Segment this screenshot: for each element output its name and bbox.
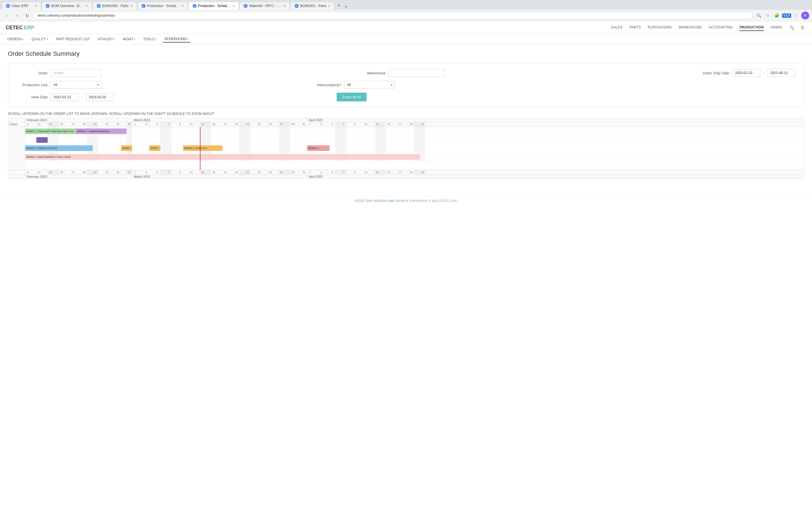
tab-1[interactable]: C Cetec ERP ✕ (2, 2, 41, 10)
day-cell-Mar-4 (149, 170, 155, 175)
day-cell-Apr-17: 17 (397, 122, 403, 127)
order-bar[interactable]: MN909.1 | Edge Pro (183, 145, 222, 151)
order-bar[interactable]: MN887.1 | Internal Account (25, 145, 93, 151)
subnav-orders[interactable]: ORDERS ▾ (6, 36, 26, 42)
search-icon[interactable]: 🔍 (755, 11, 763, 19)
footer-link[interactable]: CETEC ERP (440, 199, 457, 203)
bg-cell (380, 136, 386, 144)
nav-sales[interactable]: SALES (611, 24, 622, 31)
day-cell-Apr-11: 11 (363, 170, 369, 175)
day-cell-Apr-2 (313, 122, 318, 127)
tab-7[interactable]: C BOM1001 - Parts ✕ (290, 2, 335, 10)
bg-cell (189, 136, 194, 144)
settings-icon[interactable]: ⋮ (792, 11, 800, 19)
day-cell-Mar-27: 27 (279, 122, 285, 127)
day-cell-Mar-12 (194, 122, 200, 127)
bg-cell (138, 136, 144, 144)
subnav-scheduling[interactable]: SCHEDULING ▾ (163, 36, 190, 43)
bg-cell (245, 136, 251, 144)
tab-close-2[interactable]: ✕ (86, 4, 88, 8)
nav-admin[interactable]: ADMIN (770, 24, 782, 31)
nav-purchasing[interactable]: PURCHASING (648, 24, 672, 31)
bg-cell (82, 136, 87, 144)
order-bar[interactable]: MN892.1 (307, 145, 329, 151)
nav-accounting[interactable]: ACCOUNTING (709, 24, 733, 31)
app-logo[interactable]: CETEC ERP (6, 25, 35, 31)
bg-cell (414, 136, 420, 144)
bg-cell (397, 127, 403, 135)
profile-avatar[interactable]: P (801, 11, 809, 19)
subnav-mgmt[interactable]: MGMT ▾ (121, 36, 137, 42)
production-line-select[interactable]: All (50, 81, 101, 89)
bg-cell (313, 127, 318, 135)
bg-cell (228, 144, 234, 152)
tab-list-button[interactable]: ▾ (343, 4, 349, 10)
bg-cell (239, 144, 245, 152)
tab-close-1[interactable]: ✕ (35, 4, 37, 8)
bg-cell (335, 127, 341, 135)
menu-icon[interactable]: ☰ (799, 24, 806, 32)
gantt-chart[interactable]: February 2023 March 2023 April 2023 Orde… (8, 118, 804, 179)
day-cell-Apr-21: 21 (420, 122, 425, 127)
tab-title-1: Cetec ERP (11, 4, 33, 8)
bg-cell (296, 127, 301, 135)
order-ship-date-start[interactable] (732, 69, 760, 77)
reload-button[interactable]: ↻ (23, 11, 31, 19)
bg-cell (420, 127, 425, 135)
day-cell-Mar-26 (273, 122, 279, 127)
extensions-icon[interactable]: 🧩 (773, 11, 781, 19)
nav-warehouse[interactable]: WAREHOUSE (679, 24, 702, 31)
day-cell-Feb-12 (42, 170, 48, 175)
order-bar[interactable]: MN88? (121, 145, 132, 151)
tab-3[interactable]: C BOM1000 - Parts ✕ (93, 2, 137, 10)
order-bar[interactable]: MN888.1 | Applied Materials, I (76, 128, 126, 134)
day-cell-Feb-18 (76, 122, 82, 127)
order-ship-date-end[interactable] (767, 69, 795, 77)
gantt-orders-label: Orders (8, 122, 25, 127)
subnav-part-request-list[interactable]: PART REQUEST LIST (54, 36, 92, 42)
bg-cell (375, 144, 380, 152)
row-label-3 (8, 144, 25, 152)
gantt-scroll-area[interactable]: February 2023 March 2023 April 2023 Orde… (8, 118, 804, 178)
back-button[interactable]: ‹ (3, 11, 11, 19)
tab-close-4[interactable]: ✕ (181, 4, 184, 8)
tab-close-5[interactable]: ✕ (232, 4, 235, 8)
day-cell-Feb-17: 17 (70, 122, 76, 127)
bookmark-icon[interactable]: ☆ (764, 11, 772, 19)
tab-2[interactable]: C BOM Overview - BOM ✕ (42, 2, 92, 10)
view-date-end[interactable] (86, 93, 114, 101)
subnav-tools[interactable]: TOOLS ▾ (142, 36, 158, 42)
global-search-icon[interactable]: 🔍 (788, 24, 796, 32)
subnav-quality[interactable]: QUALITY ▾ (30, 36, 50, 42)
nav-production[interactable]: PRODUCTION (740, 24, 764, 31)
tab-close-3[interactable]: ✕ (130, 4, 133, 8)
day-cell-Feb-22 (98, 170, 104, 175)
order-bar[interactable] (36, 137, 48, 143)
forward-button[interactable]: › (13, 11, 21, 19)
day-cell-Feb-26 (121, 122, 126, 127)
nav-parts[interactable]: PARTS (629, 24, 641, 31)
warehouse-input[interactable] (389, 69, 445, 77)
tab-5[interactable]: C Production - Schedu... ✕ (188, 2, 239, 10)
order-input[interactable] (50, 69, 101, 77)
url-input[interactable] (33, 12, 753, 19)
bg-cell (256, 127, 262, 135)
page-title: Order Schedule Summary (8, 50, 804, 57)
day-cell-Apr-20 (414, 122, 420, 127)
tab-6[interactable]: C Waterfall - PRT1 - Pa... ✕ (239, 2, 290, 10)
order-bar[interactable]: MN87? (149, 145, 160, 151)
day-cell-Apr-10 (358, 122, 363, 127)
intercompany-select[interactable]: All (344, 81, 395, 89)
view-date-start[interactable] (50, 93, 79, 101)
day-cell-Apr-3: 3 (318, 170, 324, 175)
zoom-to-fit-button[interactable]: Zoom to Fit (337, 93, 366, 101)
order-bar[interactable]: MN859.1 | Best Materials | View | Gantt (25, 154, 420, 160)
tab-close-6[interactable]: ✕ (283, 4, 286, 8)
new-tab-button[interactable]: + (335, 2, 343, 10)
day-cell-Feb-22 (98, 122, 104, 127)
tab-favicon-4: C (142, 4, 146, 8)
subnav-kitaudit[interactable]: KITAUDIT ▾ (96, 36, 117, 42)
bg-cell (392, 136, 397, 144)
tab-close-7[interactable]: ✕ (328, 4, 331, 8)
tab-4[interactable]: C Production - Schedu... ✕ (137, 2, 188, 10)
